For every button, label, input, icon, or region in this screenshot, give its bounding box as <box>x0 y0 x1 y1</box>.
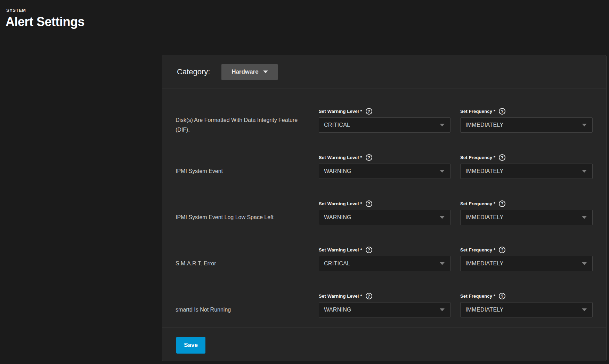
alert-name-text: smartd Is Not Running <box>176 305 231 315</box>
chevron-down-icon <box>440 170 445 173</box>
alert-row: IPMI System Event Set Warning Level * ? … <box>176 155 606 179</box>
frequency-label-row: Set Frequency * ? <box>460 201 593 207</box>
help-icon[interactable]: ? <box>499 154 505 161</box>
warning-level-label: Set Warning Level * <box>319 155 362 160</box>
frequency-label: Set Frequency * <box>460 155 495 160</box>
frequency-label-row: Set Frequency * ? <box>460 247 593 253</box>
chevron-down-icon <box>582 308 587 311</box>
warning-level-select[interactable]: CRITICAL <box>319 117 450 133</box>
warning-level-label: Set Warning Level * <box>319 201 362 206</box>
alert-name: Disk(s) Are Formatted With Data Integrit… <box>176 117 312 133</box>
alert-row: S.M.A.R.T. Error Set Warning Level * ? C… <box>176 247 606 271</box>
frequency-select[interactable]: IMMEDIATELY <box>460 117 593 133</box>
alert-name-text: Disk(s) Are Formatted With Data Integrit… <box>176 115 312 135</box>
frequency-label: Set Frequency * <box>460 293 495 299</box>
warning-level-select[interactable]: CRITICAL <box>319 256 450 271</box>
help-icon[interactable]: ? <box>366 154 372 161</box>
frequency-value: IMMEDIATELY <box>465 168 582 174</box>
help-icon[interactable]: ? <box>499 200 505 207</box>
frequency-label: Set Frequency * <box>460 247 495 253</box>
category-label: Category: <box>177 67 210 76</box>
category-value: Hardware <box>232 68 258 75</box>
frequency-field: Set Frequency * ? IMMEDIATELY <box>460 293 593 317</box>
header-divider <box>5 39 604 39</box>
warning-level-label-row: Set Warning Level * ? <box>319 201 450 207</box>
chevron-down-icon <box>582 124 587 126</box>
help-icon[interactable]: ? <box>366 247 372 253</box>
alert-row: IPMI System Event Log Low Space Left Set… <box>176 201 606 225</box>
help-icon[interactable]: ? <box>366 200 372 207</box>
chevron-down-icon <box>263 71 268 73</box>
chevron-down-icon <box>440 216 445 219</box>
warning-level-label: Set Warning Level * <box>319 109 362 114</box>
chevron-down-icon <box>440 124 445 126</box>
warning-level-label-row: Set Warning Level * ? <box>319 293 450 299</box>
frequency-field: Set Frequency * ? IMMEDIATELY <box>460 201 593 225</box>
panel-footer: Save <box>162 328 606 354</box>
chevron-down-icon <box>582 216 587 219</box>
help-icon[interactable]: ? <box>499 293 505 299</box>
category-bar: Category: Hardware <box>162 55 606 89</box>
frequency-value: IMMEDIATELY <box>465 307 582 313</box>
chevron-down-icon <box>582 170 587 173</box>
frequency-select[interactable]: IMMEDIATELY <box>460 302 593 317</box>
frequency-value: IMMEDIATELY <box>465 122 582 128</box>
alert-name: IPMI System Event Log Low Space Left <box>176 210 312 225</box>
alert-name-text: IPMI System Event <box>176 166 223 176</box>
frequency-label-row: Set Frequency * ? <box>460 155 593 160</box>
help-icon[interactable]: ? <box>366 108 372 115</box>
warning-level-label: Set Warning Level * <box>319 247 362 253</box>
warning-level-select[interactable]: WARNING <box>319 164 450 179</box>
frequency-label-row: Set Frequency * ? <box>460 108 593 114</box>
alert-row: smartd Is Not Running Set Warning Level … <box>176 293 606 317</box>
frequency-select[interactable]: IMMEDIATELY <box>460 164 593 179</box>
breadcrumb: SYSTEM <box>6 8 26 13</box>
frequency-field: Set Frequency * ? IMMEDIATELY <box>460 247 593 271</box>
alert-name-text: S.M.A.R.T. Error <box>176 259 216 268</box>
alert-name-text: IPMI System Event Log Low Space Left <box>176 213 274 222</box>
warning-level-select[interactable]: WARNING <box>319 210 450 225</box>
frequency-label-row: Set Frequency * ? <box>460 293 593 299</box>
warning-level-select[interactable]: WARNING <box>319 302 450 317</box>
warning-level-field: Set Warning Level * ? WARNING <box>319 155 450 179</box>
warning-level-value: WARNING <box>324 307 440 313</box>
warning-level-label-row: Set Warning Level * ? <box>319 155 450 160</box>
help-icon[interactable]: ? <box>499 108 505 115</box>
frequency-field: Set Frequency * ? IMMEDIATELY <box>460 155 593 179</box>
warning-level-label-row: Set Warning Level * ? <box>319 108 450 114</box>
frequency-value: IMMEDIATELY <box>465 214 582 221</box>
warning-level-field: Set Warning Level * ? CRITICAL <box>319 247 450 271</box>
help-icon[interactable]: ? <box>366 293 372 299</box>
warning-level-value: WARNING <box>324 168 440 174</box>
warning-level-label: Set Warning Level * <box>319 293 362 299</box>
chevron-down-icon <box>440 262 445 265</box>
alert-rows: Disk(s) Are Formatted With Data Integrit… <box>162 108 606 317</box>
warning-level-field: Set Warning Level * ? CRITICAL <box>319 108 450 133</box>
frequency-field: Set Frequency * ? IMMEDIATELY <box>460 108 593 133</box>
frequency-label: Set Frequency * <box>460 109 495 114</box>
page: SYSTEM Alert Settings Category: Hardware… <box>0 0 609 364</box>
category-dropdown[interactable]: Hardware <box>221 64 278 80</box>
frequency-select[interactable]: IMMEDIATELY <box>460 256 593 271</box>
warning-level-value: WARNING <box>324 214 440 221</box>
save-button[interactable]: Save <box>176 337 205 354</box>
alert-settings-panel: Category: Hardware Disk(s) Are Formatted… <box>162 55 607 361</box>
alert-name: IPMI System Event <box>176 164 312 179</box>
alert-name: S.M.A.R.T. Error <box>176 256 312 271</box>
warning-level-value: CRITICAL <box>324 122 440 128</box>
alert-row: Disk(s) Are Formatted With Data Integrit… <box>176 108 606 133</box>
chevron-down-icon <box>582 262 587 265</box>
help-icon[interactable]: ? <box>499 247 505 253</box>
warning-level-label-row: Set Warning Level * ? <box>319 247 450 253</box>
page-title: Alert Settings <box>6 15 84 29</box>
chevron-down-icon <box>440 308 445 311</box>
warning-level-value: CRITICAL <box>324 260 440 267</box>
frequency-label: Set Frequency * <box>460 201 495 206</box>
frequency-value: IMMEDIATELY <box>465 260 582 267</box>
alert-name: smartd Is Not Running <box>176 302 312 317</box>
warning-level-field: Set Warning Level * ? WARNING <box>319 293 450 317</box>
frequency-select[interactable]: IMMEDIATELY <box>460 210 593 225</box>
warning-level-field: Set Warning Level * ? WARNING <box>319 201 450 225</box>
